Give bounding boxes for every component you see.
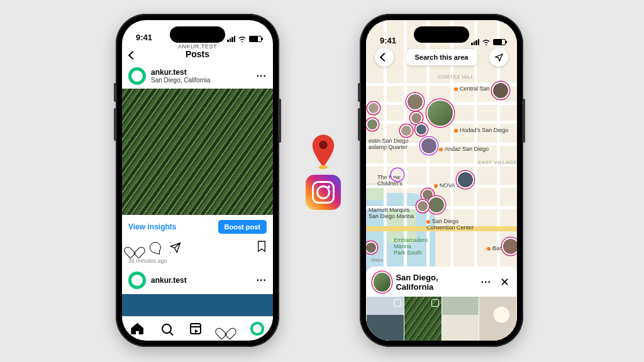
post-username[interactable]: ankur.test [151,68,211,77]
map-story-bubble[interactable] [428,101,453,126]
sheet-close-button[interactable]: ✕ [500,275,509,289]
map-neighborhood-label: CORTEZ HILL [438,74,474,80]
battery-icon [249,36,262,42]
thumbnail[interactable] [367,297,404,341]
phone-frame-left: 9:41 ANKUR.TEST Posts ankur.test San Die… [116,14,279,347]
post-timestamp: 36 minutes ago [122,258,273,268]
insights-row: View insights Boost post [122,215,273,238]
sheet-more-button[interactable]: ··· [481,277,491,288]
post-header[interactable]: ankur.test San Diego, California ··· [122,63,273,89]
map-story-bubble[interactable] [429,197,444,212]
screen-right: CORTEZ HILL EAST VILLAGE Central San Die… [366,20,517,341]
map-story-bubble[interactable] [421,138,436,153]
location-pin-icon [309,133,338,170]
tab-bar [122,316,273,341]
post-more-button[interactable]: ··· [257,275,267,286]
map-poi-label[interactable]: Andaz San Diego [439,146,489,152]
post-username[interactable]: ankur.test [151,276,187,285]
map-poi-label[interactable]: Hodad's San Diego [454,127,508,133]
back-button[interactable] [130,47,136,62]
center-graphic [299,133,347,210]
activity-tab-icon[interactable] [219,323,232,334]
map-story-bubble[interactable] [408,94,423,109]
wifi-icon [238,35,247,42]
view-insights-link[interactable]: View insights [128,222,176,231]
map-poi-label[interactable]: Embarcadero Marina Park South [394,238,428,256]
phone-frame-right: CORTEZ HILL EAST VILLAGE Central San Die… [360,14,523,347]
map-story-bubble[interactable] [366,243,376,253]
home-tab-icon[interactable] [131,323,143,334]
status-time: 9:41 [136,33,152,42]
like-icon[interactable] [128,242,141,253]
map-story-bubble[interactable] [369,103,379,113]
sheet-avatar[interactable] [374,273,391,292]
locate-me-button[interactable] [489,48,508,67]
status-time: 9:41 [380,36,396,45]
post-image[interactable] [122,89,273,215]
battery-icon [493,39,506,45]
save-icon[interactable] [257,240,267,255]
map-story-bubble[interactable] [392,170,402,180]
comment-icon[interactable] [150,242,161,253]
map-story-bubble[interactable] [418,201,428,211]
avatar[interactable] [128,272,146,289]
reels-tab-icon[interactable] [190,323,201,334]
location-sheet[interactable]: San Diego, California ··· ✕ [366,266,517,341]
thumbnail[interactable] [479,297,516,341]
post-location[interactable]: San Diego, California [151,77,211,84]
back-button[interactable] [375,48,394,67]
thumbnail[interactable] [442,297,479,341]
screen-left: 9:41 ANKUR.TEST Posts ankur.test San Die… [122,20,273,341]
share-icon[interactable] [170,242,181,253]
map-story-bubble[interactable] [367,119,377,129]
map-story-bubble[interactable] [458,172,473,187]
post-actions [122,238,273,258]
map-header: Search this area [366,48,517,67]
maps-attribution: Maps [371,257,384,263]
post-more-button[interactable]: ··· [257,70,267,82]
signal-icon [227,36,235,42]
avatar[interactable] [128,67,146,85]
signal-icon [471,39,479,45]
next-post-image[interactable] [122,294,273,316]
boost-post-button[interactable]: Boost post [218,220,267,234]
page-header: ANKUR.TEST Posts [122,43,273,63]
dynamic-island [170,26,225,43]
map-poi-label[interactable]: estin San Diego aslamp Quarter [369,138,409,151]
wifi-icon [482,38,491,45]
map-story-bubble[interactable] [493,83,508,98]
next-post-header[interactable]: ankur.test ··· [122,268,273,293]
instagram-logo-icon [306,175,341,210]
map-poi-label[interactable]: Marriott Marquis San Diego Marina [369,207,414,220]
profile-tab-icon[interactable] [250,322,264,336]
sheet-thumbnails [366,297,517,341]
map-story-bubble[interactable] [401,126,411,136]
map-story-bubble[interactable] [416,124,426,134]
map-poi-label[interactable]: San Diego Convention Center [426,219,474,231]
thumbnail[interactable] [404,297,441,341]
sheet-title: San Diego, California [396,273,470,292]
search-area-button[interactable]: Search this area [406,49,477,65]
svg-point-0 [319,141,327,149]
svg-point-1 [318,165,328,169]
search-tab-icon[interactable] [162,324,172,334]
map-neighborhood-label: EAST VILLAGE [478,160,517,165]
header-title: Posts [122,49,273,59]
dynamic-island [414,26,469,43]
map-story-bubble[interactable] [503,239,517,254]
map-story-bubble[interactable] [411,113,421,123]
